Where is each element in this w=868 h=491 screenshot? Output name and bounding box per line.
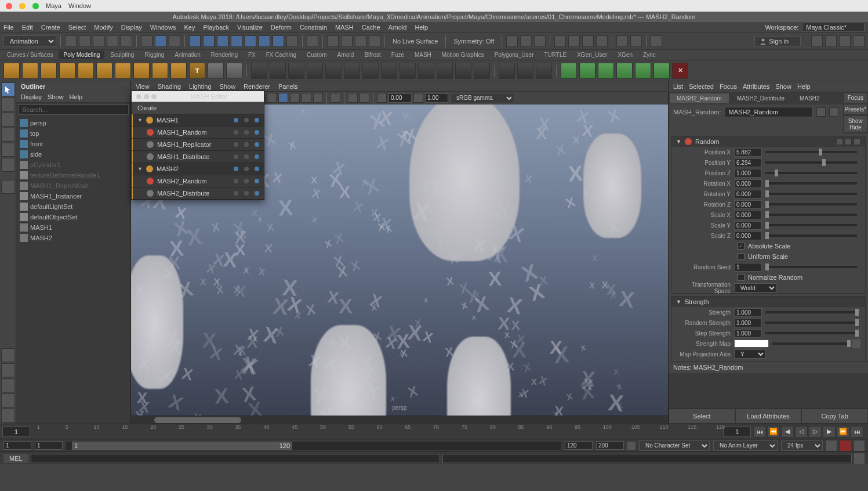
uv-planar-icon[interactable]: [579, 63, 595, 79]
shelf-tab-fx[interactable]: FX: [244, 50, 260, 59]
mac-minimize[interactable]: [19, 3, 26, 9]
poly-disc-icon[interactable]: [115, 63, 131, 79]
outliner-item-front[interactable]: front: [17, 139, 129, 149]
range-end1[interactable]: [565, 441, 593, 450]
notes-textarea[interactable]: [669, 373, 868, 408]
mash-dot1[interactable]: [234, 130, 238, 135]
vp-gamma-icon[interactable]: [413, 93, 423, 103]
mash-editor-window[interactable]: MASH Editor Create ▼MASH1MASH1_RandomMAS…: [131, 91, 264, 200]
input-stepstrength[interactable]: [734, 329, 762, 338]
ae-graph-icon[interactable]: [829, 107, 838, 117]
vp-wireframe-icon[interactable]: [267, 93, 277, 103]
mash-min-icon[interactable]: [144, 94, 149, 99]
snap-curve-icon[interactable]: [203, 35, 215, 47]
tool-settings-icon[interactable]: [825, 35, 837, 47]
undo-icon[interactable]: [107, 35, 118, 47]
outliner-item-MASH1[interactable]: MASH1: [17, 222, 129, 233]
slider-scly[interactable]: [765, 224, 857, 226]
mash-dot2[interactable]: [244, 179, 249, 183]
input-sclz[interactable]: [734, 232, 762, 240]
range-end2[interactable]: [596, 441, 624, 450]
scale-tool[interactable]: [1, 158, 15, 172]
vp-menu-show[interactable]: Show: [220, 83, 236, 90]
mash-editor-titlebar[interactable]: MASH Editor: [132, 91, 264, 102]
panel-layout-icon[interactable]: [651, 35, 662, 47]
poly-type-icon[interactable]: T: [189, 63, 205, 79]
slider-sclx[interactable]: [765, 214, 857, 216]
render-globals-icon[interactable]: [596, 35, 608, 47]
target-weld-icon[interactable]: [437, 63, 453, 79]
shelf-tab-sculpt[interactable]: Sculpting: [106, 50, 139, 59]
mash-dot3[interactable]: [255, 142, 259, 147]
mash-node-MASH1_Replicator[interactable]: MASH1_Replicator: [132, 139, 264, 151]
outliner-icon[interactable]: [853, 35, 865, 47]
mash-dot2[interactable]: [244, 154, 249, 159]
range-menu-icon[interactable]: [627, 442, 635, 450]
outliner-search[interactable]: [18, 104, 129, 115]
lasso-icon[interactable]: [169, 35, 180, 47]
outliner-item-defaultObjectSet[interactable]: defaultObjectSet: [17, 212, 129, 222]
outliner-menu-display[interactable]: Display: [21, 93, 42, 100]
step-forward-key-icon[interactable]: ⏩: [837, 426, 849, 438]
input-seed[interactable]: [734, 263, 762, 272]
slider-randstrength[interactable]: [765, 322, 857, 324]
scrollbar-thumb[interactable]: [154, 417, 241, 423]
layout-persp-icon[interactable]: [1, 409, 15, 423]
mash-close-icon[interactable]: [136, 94, 141, 99]
outliner-item-pCylinder1[interactable]: pCylinder1: [17, 160, 129, 170]
ae-menu-focus[interactable]: Focus: [720, 83, 737, 90]
current-frame-left[interactable]: [2, 427, 30, 437]
mash-dot1[interactable]: [234, 191, 238, 196]
outputs-icon[interactable]: [355, 35, 366, 47]
step-back-key-icon[interactable]: ⏪: [767, 426, 780, 438]
outliner-item-top[interactable]: top: [17, 128, 129, 139]
redo-icon[interactable]: [121, 35, 132, 47]
select-tool[interactable]: [1, 82, 15, 96]
render-icon[interactable]: [307, 35, 318, 47]
snap-surface-icon[interactable]: [245, 35, 256, 47]
current-frame[interactable]: [723, 427, 751, 437]
fill-hole-icon[interactable]: [362, 63, 379, 79]
ae-menu-selected[interactable]: Selected: [689, 83, 714, 90]
input-randstrength[interactable]: [734, 319, 762, 327]
mash-dot2[interactable]: [244, 142, 249, 147]
mash-dot1[interactable]: [234, 167, 238, 171]
vp-exposure-input[interactable]: [388, 93, 412, 103]
combine-icon[interactable]: [251, 63, 267, 79]
character-set-select[interactable]: No Character Set: [639, 441, 710, 451]
vp-menu-view[interactable]: View: [136, 83, 150, 90]
poly-cylinder-icon[interactable]: [41, 63, 57, 79]
shelf-tab-curves[interactable]: Curves / Surfaces: [2, 50, 57, 59]
checkbox-absolute-scale[interactable]: [738, 243, 744, 250]
lasso-tool[interactable]: [1, 98, 15, 111]
vp-menu-shading[interactable]: Shading: [158, 83, 181, 90]
range-start1[interactable]: [3, 441, 31, 450]
ae-menu-attributes[interactable]: Attributes: [743, 83, 769, 90]
close-shelf-icon[interactable]: ✕: [672, 63, 688, 79]
shelf-tab-render[interactable]: Rendering: [206, 50, 242, 59]
script-lang-label[interactable]: MEL: [3, 454, 28, 463]
render-settings-icon[interactable]: [568, 35, 580, 47]
mash-dot1[interactable]: [234, 118, 238, 122]
vp-menu-renderer[interactable]: Renderer: [244, 83, 270, 90]
bevel-icon[interactable]: [325, 63, 342, 79]
select-tool-icon[interactable]: [155, 35, 166, 47]
mash-node-MASH1_Distribute[interactable]: MASH1_Distribute: [132, 151, 264, 163]
poly-platonic-icon[interactable]: [133, 63, 150, 79]
shelf-tab-motiongfx[interactable]: Motion Graphics: [437, 50, 489, 59]
workspace-select[interactable]: Maya Classic*: [802, 23, 865, 32]
slider-stepstrength[interactable]: [765, 332, 857, 334]
menu-windows[interactable]: Windows: [150, 24, 176, 31]
go-end-icon[interactable]: ⏭: [851, 426, 863, 438]
go-start-icon[interactable]: ⏮: [753, 426, 766, 438]
make-live-icon[interactable]: [369, 35, 380, 47]
ae-tab-distribute[interactable]: MASH2_Distribute: [730, 93, 791, 103]
outliner-item-MASH1_Instancer[interactable]: MASH1_Instancer: [17, 191, 129, 201]
mac-menu-window[interactable]: Window: [68, 2, 91, 9]
slider-roty[interactable]: [765, 193, 857, 195]
prefs-icon[interactable]: [854, 441, 865, 451]
play-back-icon[interactable]: ◁: [795, 426, 808, 438]
vp-gamma-input[interactable]: [425, 93, 448, 103]
shelf-tab-poly[interactable]: Poly Modeling: [59, 50, 104, 59]
menu-modify[interactable]: Modify: [94, 24, 112, 31]
